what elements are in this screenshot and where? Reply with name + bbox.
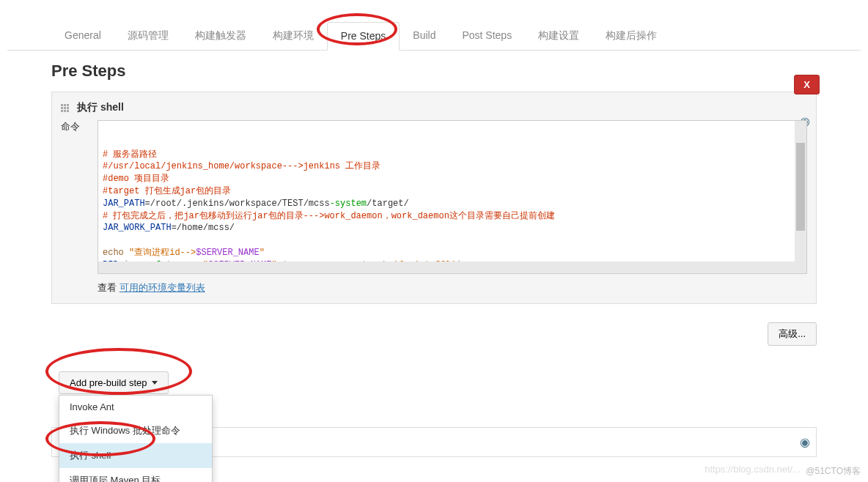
see-label: 查看 — [98, 282, 117, 293]
tab-build[interactable]: Build — [400, 22, 449, 50]
tab-general[interactable]: General — [51, 22, 114, 50]
tab-pre-steps[interactable]: Pre Steps — [327, 22, 400, 51]
add-step-dropdown: Invoke Ant执行 Windows 批处理命令执行 shell调用顶层 M… — [59, 395, 213, 482]
shell-step-block: X ◉ 执行 shell 命令 # 服务器路径#/usr/local/jenki… — [51, 92, 817, 304]
chevron-down-icon — [152, 381, 158, 385]
dropdown-item[interactable]: Invoke Ant — [59, 396, 212, 418]
horizontal-scrollbar[interactable] — [98, 262, 806, 273]
tab-构建环境[interactable]: 构建环境 — [260, 22, 327, 50]
tab-构建后操作[interactable]: 构建后操作 — [592, 22, 670, 50]
drag-handle-icon[interactable] — [61, 103, 71, 113]
delete-step-button[interactable]: X — [794, 75, 820, 94]
watermark-csdn: https://blog.csdn.net/... — [705, 464, 801, 475]
dropdown-item[interactable]: 执行 shell — [59, 443, 212, 468]
tab-源码管理[interactable]: 源码管理 — [114, 22, 182, 50]
add-step-label: Add pre-build step — [70, 377, 147, 388]
vertical-scrollbar[interactable] — [795, 121, 806, 262]
page-title: Pre Steps — [51, 62, 861, 81]
tab-构建设置[interactable]: 构建设置 — [525, 22, 592, 50]
tab-post-steps[interactable]: Post Steps — [449, 22, 525, 50]
command-label: 命令 — [61, 120, 90, 274]
shell-command-textarea[interactable]: # 服务器路径#/usr/local/jenkins_home/workspac… — [98, 120, 807, 274]
dropdown-item[interactable]: 执行 Windows 批处理命令 — [59, 418, 212, 443]
add-pre-build-step-button[interactable]: Add pre-build step — [59, 371, 169, 394]
dropdown-item[interactable]: 调用顶层 Maven 目标 — [59, 468, 212, 482]
config-tabs: General源码管理构建触发器构建环境Pre StepsBuildPost S… — [7, 22, 861, 51]
block-title: 执行 shell — [77, 101, 124, 114]
env-vars-link[interactable]: 可用的环境变量列表 — [119, 282, 205, 293]
watermark: @51CTO博客 — [806, 465, 861, 478]
tab-构建触发器[interactable]: 构建触发器 — [182, 22, 260, 50]
help-icon[interactable]: ◉ — [800, 435, 810, 449]
advanced-button[interactable]: 高级... — [768, 322, 817, 346]
